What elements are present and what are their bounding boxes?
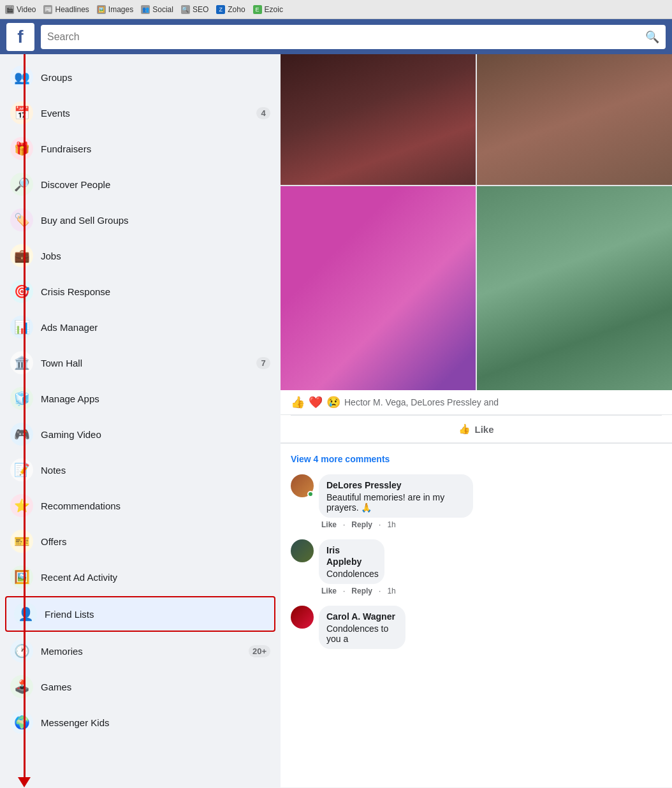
sidebar-item-messenger-kids[interactable]: 🌍 Messenger Kids: [0, 704, 281, 740]
sidebar-buy-sell-label: Buy and Sell Groups: [41, 215, 270, 226]
manage-apps-icon: 🧊: [10, 387, 33, 410]
search-icon[interactable]: 🔍: [645, 30, 659, 44]
tab-video[interactable]: 🎬 Video: [5, 5, 36, 14]
sidebar-games-label: Games: [41, 682, 270, 692]
comment-2-reply-action[interactable]: Reply: [351, 587, 372, 595]
sidebar-item-memories[interactable]: 🕐 Memories 20+: [0, 633, 281, 669]
sidebar-item-discover-people[interactable]: 🔎 Discover People: [0, 166, 281, 202]
sidebar-memories-label: Memories: [41, 646, 249, 657]
sidebar-item-buy-sell[interactable]: 🏷️ Buy and Sell Groups: [0, 202, 281, 238]
photo-bottom-right: [477, 186, 672, 390]
photo-top-left: [281, 54, 476, 185]
separator-4: ·: [379, 587, 381, 595]
separator-1: ·: [343, 520, 345, 529]
sidebar-item-notes[interactable]: 📝 Notes: [0, 452, 281, 488]
comment-3-content: Carol A. Wagner Condolences to you a: [319, 606, 420, 649]
search-input[interactable]: [47, 31, 640, 43]
sidebar-item-jobs[interactable]: 💼 Jobs: [0, 238, 281, 274]
comment-2-text: Condolences: [326, 569, 377, 579]
gaming-icon: 🎮: [10, 423, 33, 446]
tab-video-label: Video: [17, 5, 36, 14]
tab-images-icon: 🖼️: [97, 5, 106, 14]
town-hall-icon: 🏛️: [10, 351, 33, 374]
like-button[interactable]: 👍 Like: [446, 418, 506, 440]
sidebar-item-gaming[interactable]: 🎮 Gaming Video: [0, 416, 281, 452]
tab-seo-icon: 🔍: [181, 5, 190, 14]
notes-icon: 📝: [10, 458, 33, 481]
separator-2: ·: [379, 520, 381, 529]
discover-people-icon: 🔎: [10, 173, 33, 196]
tab-headlines[interactable]: 📰 Headlines: [43, 5, 89, 14]
sidebar-gaming-label: Gaming Video: [41, 429, 270, 440]
comment-1-like-action[interactable]: Like: [321, 520, 337, 529]
comment-2-time: 1h: [387, 587, 395, 595]
sad-reaction-emoji: 😢: [326, 395, 340, 409]
tab-social[interactable]: 👥 Social: [141, 5, 173, 14]
photo-bottom-left: [281, 186, 476, 390]
sidebar-fundraisers-label: Fundraisers: [41, 143, 270, 154]
sidebar-recent-ad-label: Recent Ad Activity: [41, 572, 270, 583]
town-hall-badge: 7: [256, 357, 270, 369]
content-area: 👍 ❤️ 😢 Hector M. Vega, DeLores Pressley …: [281, 54, 672, 787]
separator-3: ·: [343, 587, 345, 595]
reactions-bar: 👍 ❤️ 😢 Hector M. Vega, DeLores Pressley …: [281, 390, 672, 415]
comment-2: Iris Appleby Condolences Like · Reply · …: [291, 534, 662, 601]
tab-ezoic[interactable]: E Ezoic: [253, 5, 283, 14]
tab-headlines-icon: 📰: [43, 5, 52, 14]
buy-sell-icon: 🏷️: [10, 208, 33, 231]
red-arrow-head: [18, 777, 31, 787]
sidebar-item-groups[interactable]: 👥 Groups: [0, 59, 281, 95]
fundraisers-icon: 🎁: [10, 137, 33, 160]
tab-images[interactable]: 🖼️ Images: [97, 5, 133, 14]
memories-badge: 20+: [249, 645, 270, 657]
sidebar-item-crisis[interactable]: 🎯 Crisis Response: [0, 274, 281, 309]
photo-grid: [281, 54, 672, 390]
sidebar-manage-label: Manage Apps: [41, 393, 270, 404]
memories-icon: 🕐: [10, 639, 33, 662]
search-box[interactable]: 🔍: [41, 25, 666, 49]
comment-2-like-action[interactable]: Like: [321, 587, 337, 595]
events-badge: 4: [256, 107, 270, 119]
love-reaction-emoji: ❤️: [309, 395, 323, 409]
sidebar-item-fundraisers[interactable]: 🎁 Fundraisers: [0, 131, 281, 166]
sidebar-groups-label: Groups: [41, 72, 270, 83]
tab-seo[interactable]: 🔍 SEO: [181, 5, 208, 14]
comments-section: View 4 more comments DeLores Pressley Be…: [281, 444, 672, 659]
tab-ezoic-label: Ezoic: [265, 5, 283, 14]
tab-social-icon: 👥: [141, 5, 150, 14]
like-label: Like: [474, 424, 493, 435]
tab-zoho-label: Zoho: [228, 5, 245, 14]
sidebar-item-events[interactable]: 📅 Events 4: [0, 95, 281, 131]
sidebar-item-ads-manager[interactable]: 📊 Ads Manager: [0, 309, 281, 345]
sidebar-offers-label: Offers: [41, 536, 270, 547]
comment-1-reply-action[interactable]: Reply: [351, 520, 372, 529]
tab-seo-label: SEO: [193, 5, 208, 14]
sidebar-notes-label: Notes: [41, 465, 270, 476]
sidebar-item-manage-apps[interactable]: 🧊 Manage Apps: [0, 381, 281, 416]
recent-ad-icon: 🖼️: [10, 565, 33, 588]
sidebar-item-games[interactable]: 🕹️ Games: [0, 669, 281, 704]
comment-3-author: Carol A. Wagner: [326, 611, 395, 622]
view-more-comments-link[interactable]: View 4 more comments: [291, 449, 662, 469]
comment-1-author: DeLores Pressley: [326, 480, 402, 490]
sidebar-item-town-hall[interactable]: 🏛️ Town Hall 7: [0, 345, 281, 381]
tab-zoho[interactable]: Z Zoho: [216, 5, 245, 14]
sidebar-item-offers[interactable]: 🎫 Offers: [0, 523, 281, 559]
facebook-logo[interactable]: f: [6, 23, 34, 51]
reactions-text: Hector M. Vega, DeLores Pressley and: [344, 397, 499, 407]
sidebar-item-recent-ad[interactable]: 🖼️ Recent Ad Activity: [0, 559, 281, 595]
like-reaction-emoji: 👍: [291, 395, 305, 409]
comment-1-actions: Like · Reply · 1h: [319, 518, 500, 529]
tab-headlines-label: Headlines: [55, 5, 89, 14]
comment-2-avatar: [291, 539, 314, 562]
tab-social-label: Social: [152, 5, 173, 14]
sidebar-discover-label: Discover People: [41, 179, 270, 190]
ads-manager-icon: 📊: [10, 316, 33, 339]
sidebar-item-recommendations[interactable]: ⭐ Recommendations: [0, 488, 281, 523]
events-icon: 📅: [10, 101, 33, 124]
sidebar-events-label: Events: [41, 108, 256, 119]
groups-icon: 👥: [10, 66, 33, 89]
sidebar-friend-lists-label: Friend Lists: [45, 609, 267, 620]
sidebar-item-friend-lists[interactable]: 👤 Friend Lists: [5, 596, 275, 632]
photo-top-right: [477, 54, 672, 185]
